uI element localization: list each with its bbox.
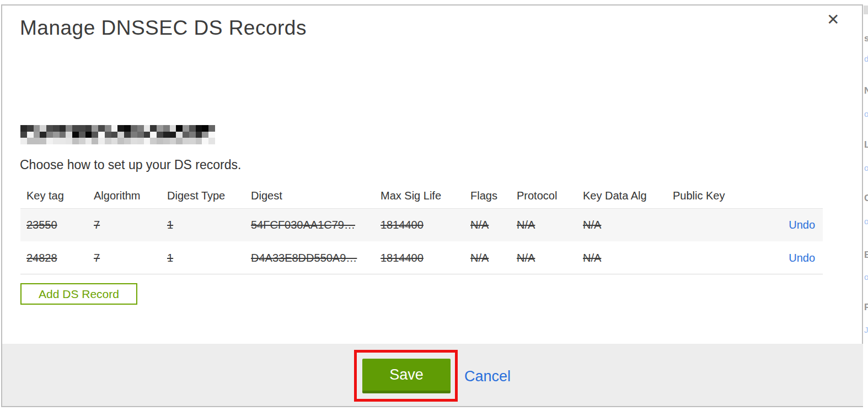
redaction-pixel bbox=[208, 132, 215, 138]
page-title: Manage DNSSEC DS Records bbox=[20, 17, 307, 40]
redaction-pixel bbox=[150, 125, 157, 132]
column-header: Flags bbox=[464, 190, 511, 202]
table-cell: N/A bbox=[464, 252, 511, 264]
background-text-fragment: L bbox=[864, 139, 868, 150]
ds-records-table: Key tagAlgorithmDigest TypeDigestMax Sig… bbox=[20, 183, 823, 274]
redaction-pixel bbox=[144, 132, 151, 138]
redaction-pixel bbox=[20, 138, 27, 144]
redaction-pixel bbox=[46, 125, 53, 132]
column-header: Digest bbox=[245, 190, 374, 202]
redaction-pixel bbox=[60, 125, 66, 132]
column-header: Max Sig Life bbox=[374, 190, 464, 202]
redaction-pixel bbox=[196, 132, 202, 138]
table-cell: N/A bbox=[511, 219, 577, 231]
table-cell: 1814400 bbox=[374, 219, 464, 231]
save-button[interactable]: Save bbox=[362, 359, 451, 393]
redaction-pixel bbox=[137, 125, 144, 132]
redaction-pixel bbox=[183, 125, 189, 132]
redaction-pixel bbox=[53, 132, 60, 138]
background-text-fragment: s bbox=[864, 33, 868, 44]
redaction-pixel bbox=[66, 138, 72, 144]
redaction-pixel bbox=[163, 132, 170, 138]
redaction-pixel bbox=[79, 132, 85, 138]
redaction-pixel bbox=[117, 138, 124, 144]
redaction-pixel bbox=[27, 138, 34, 144]
table-cell: 1 bbox=[161, 252, 245, 264]
redaction-pixel bbox=[27, 125, 34, 132]
redaction-pixel bbox=[105, 125, 111, 132]
cancel-link[interactable]: Cancel bbox=[464, 368, 511, 385]
redaction-pixel bbox=[131, 138, 137, 144]
redaction-pixel bbox=[183, 138, 189, 144]
redaction-pixel bbox=[92, 132, 98, 138]
redaction-pixel bbox=[66, 125, 72, 132]
redaction-pixel bbox=[79, 138, 85, 144]
background-text-fragment: N bbox=[864, 85, 868, 96]
column-header: Public Key bbox=[667, 190, 779, 202]
redaction-pixel bbox=[53, 138, 60, 144]
redaction-pixel bbox=[72, 125, 79, 132]
column-header: Protocol bbox=[511, 190, 577, 202]
redaction-pixel bbox=[46, 138, 53, 144]
undo-link[interactable]: Undo bbox=[779, 219, 823, 231]
redaction-pixel bbox=[144, 138, 151, 144]
table-cell: 1 bbox=[161, 219, 245, 231]
table-cell: 7 bbox=[88, 252, 161, 264]
redaction-pixel bbox=[176, 125, 183, 132]
redacted-domain-name bbox=[20, 125, 215, 144]
intro-text: Choose how to set up your DS records. bbox=[20, 158, 241, 172]
redaction-pixel bbox=[85, 138, 92, 144]
table-header-row: Key tagAlgorithmDigest TypeDigestMax Sig… bbox=[20, 183, 823, 208]
redaction-pixel bbox=[66, 132, 72, 138]
redaction-pixel bbox=[92, 125, 98, 132]
table-bottom-border bbox=[20, 274, 823, 274]
background-text-fragment: o bbox=[864, 272, 868, 282]
redaction-pixel bbox=[189, 132, 196, 138]
redaction-pixel bbox=[163, 138, 170, 144]
background-text-fragment: C bbox=[864, 193, 868, 204]
background-text-fragment: o bbox=[864, 217, 868, 226]
redaction-pixel bbox=[131, 125, 137, 132]
redaction-pixel bbox=[137, 132, 144, 138]
column-header: Key Data Alg bbox=[577, 190, 667, 202]
redaction-pixel bbox=[196, 138, 202, 144]
redaction-pixel bbox=[34, 138, 40, 144]
redaction-pixel bbox=[176, 132, 183, 138]
background-fragment-block bbox=[864, 6, 868, 14]
redaction-pixel bbox=[157, 132, 163, 138]
redaction-pixel bbox=[157, 125, 163, 132]
redaction-pixel bbox=[176, 138, 183, 144]
redaction-pixel bbox=[40, 138, 46, 144]
background-text-fragment: o bbox=[864, 163, 868, 172]
redaction-pixel bbox=[124, 138, 131, 144]
redaction-pixel bbox=[170, 138, 176, 144]
redaction-pixel bbox=[105, 138, 111, 144]
redaction-pixel bbox=[170, 125, 176, 132]
redaction-pixel bbox=[79, 125, 85, 132]
redaction-pixel bbox=[111, 138, 118, 144]
redaction-pixel bbox=[163, 125, 170, 132]
redaction-pixel bbox=[85, 132, 92, 138]
redaction-pixel bbox=[98, 125, 105, 132]
add-ds-record-button[interactable]: Add DS Record bbox=[20, 283, 137, 305]
table-cell: N/A bbox=[577, 219, 667, 231]
close-icon[interactable]: ✕ bbox=[827, 12, 839, 28]
table-cell: 54FCF030AA1C79… bbox=[245, 219, 374, 231]
table-row: 235507154FCF030AA1C79…1814400N/AN/AN/AUn… bbox=[20, 208, 823, 241]
redaction-pixel bbox=[124, 125, 131, 132]
redaction-pixel bbox=[170, 132, 176, 138]
redaction-pixel bbox=[150, 132, 157, 138]
table-cell: N/A bbox=[511, 252, 577, 264]
redaction-pixel bbox=[72, 138, 79, 144]
table-cell: 1814400 bbox=[374, 252, 464, 264]
table-cell: 7 bbox=[88, 219, 161, 231]
redaction-pixel bbox=[53, 125, 60, 132]
redaction-pixel bbox=[72, 132, 79, 138]
table-row: 2482871D4A33E8DD550A9…1814400N/AN/AN/AUn… bbox=[20, 241, 823, 274]
background-text-fragment: P bbox=[864, 302, 868, 313]
redaction-pixel bbox=[105, 132, 111, 138]
redaction-pixel bbox=[27, 132, 34, 138]
redaction-pixel bbox=[111, 132, 118, 138]
table-cell: D4A33E8DD550A9… bbox=[245, 252, 374, 264]
undo-link[interactable]: Undo bbox=[779, 252, 823, 264]
